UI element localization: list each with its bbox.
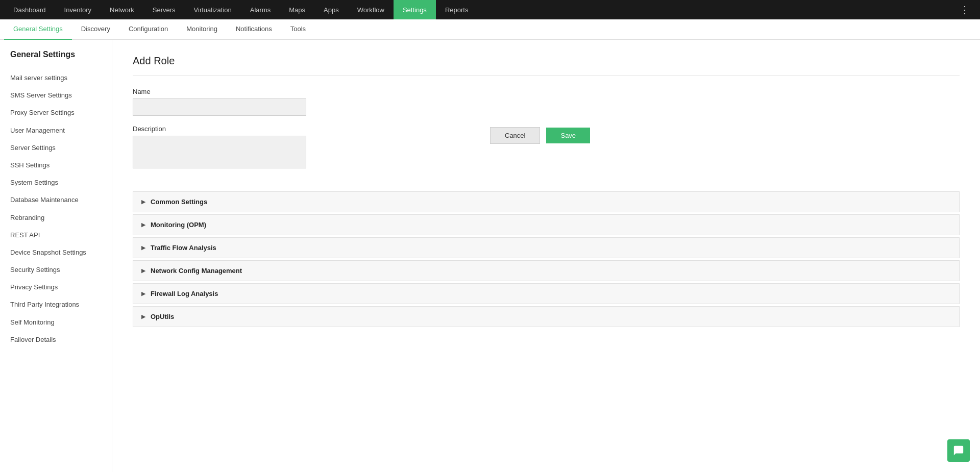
description-label: Description bbox=[133, 125, 306, 133]
accordion-title-oputils: OpUtils bbox=[151, 313, 174, 320]
accordion-arrow-firewall-log: ▶ bbox=[141, 290, 145, 297]
description-form-group: Description bbox=[133, 125, 306, 170]
nav-alarms[interactable]: Alarms bbox=[241, 0, 280, 19]
accordion-title-common-settings: Common Settings bbox=[151, 198, 207, 206]
subnav-general-settings[interactable]: General Settings bbox=[4, 19, 72, 40]
accordion-network-config: ▶ Network Config Management bbox=[133, 260, 960, 281]
nav-dashboard[interactable]: Dashboard bbox=[4, 0, 55, 19]
sidebar-item-security-settings[interactable]: Security Settings bbox=[0, 261, 112, 279]
sidebar-item-ssh-settings[interactable]: SSH Settings bbox=[0, 157, 112, 174]
accordion-header-network-config[interactable]: ▶ Network Config Management bbox=[133, 261, 959, 281]
accordion-container: ▶ Common Settings ▶ Monitoring (OPM) ▶ T… bbox=[133, 191, 960, 327]
subnav-tools[interactable]: Tools bbox=[281, 19, 315, 40]
accordion-monitoring-opm: ▶ Monitoring (OPM) bbox=[133, 214, 960, 235]
sidebar-item-server-settings[interactable]: Server Settings bbox=[0, 139, 112, 157]
accordion-oputils: ▶ OpUtils bbox=[133, 306, 960, 327]
nav-network[interactable]: Network bbox=[101, 0, 143, 19]
sidebar-item-system-settings[interactable]: System Settings bbox=[0, 174, 112, 191]
sidebar-item-rest-api[interactable]: REST API bbox=[0, 227, 112, 244]
description-input[interactable] bbox=[133, 136, 306, 168]
sidebar-item-device-snapshot[interactable]: Device Snapshot Settings bbox=[0, 244, 112, 261]
accordion-title-monitoring-opm: Monitoring (OPM) bbox=[151, 221, 206, 229]
accordion-title-network-config: Network Config Management bbox=[151, 267, 242, 275]
name-form-group: Name bbox=[133, 88, 960, 116]
accordion-arrow-monitoring-opm: ▶ bbox=[141, 221, 145, 228]
page-title: Add Role bbox=[133, 55, 960, 76]
sidebar-item-sms-server[interactable]: SMS Server Settings bbox=[0, 87, 112, 104]
sub-nav: General Settings Discovery Configuration… bbox=[0, 19, 980, 40]
sidebar: General Settings Mail server settings SM… bbox=[0, 40, 112, 472]
accordion-common-settings: ▶ Common Settings bbox=[133, 191, 960, 212]
accordion-header-monitoring-opm[interactable]: ▶ Monitoring (OPM) bbox=[133, 215, 959, 235]
accordion-header-firewall-log[interactable]: ▶ Firewall Log Analysis bbox=[133, 284, 959, 304]
name-label: Name bbox=[133, 88, 960, 95]
nav-servers[interactable]: Servers bbox=[143, 0, 185, 19]
nav-reports[interactable]: Reports bbox=[436, 0, 478, 19]
accordion-title-firewall-log: Firewall Log Analysis bbox=[151, 290, 218, 297]
more-options-icon[interactable]: ⋮ bbox=[953, 4, 976, 16]
top-nav: Dashboard Inventory Network Servers Virt… bbox=[0, 0, 980, 19]
nav-settings[interactable]: Settings bbox=[394, 0, 436, 19]
sidebar-item-third-party[interactable]: Third Party Integrations bbox=[0, 296, 112, 313]
sidebar-item-self-monitoring[interactable]: Self Monitoring bbox=[0, 314, 112, 331]
accordion-firewall-log: ▶ Firewall Log Analysis bbox=[133, 283, 960, 304]
accordion-title-traffic-flow: Traffic Flow Analysis bbox=[151, 244, 216, 252]
sidebar-item-rebranding[interactable]: Rebranding bbox=[0, 209, 112, 227]
form-actions: Cancel Save bbox=[490, 127, 590, 144]
sidebar-item-user-management[interactable]: User Management bbox=[0, 122, 112, 139]
sidebar-item-proxy-server[interactable]: Proxy Server Settings bbox=[0, 104, 112, 121]
nav-virtualization[interactable]: Virtualization bbox=[185, 0, 241, 19]
save-button[interactable]: Save bbox=[546, 128, 590, 143]
accordion-header-traffic-flow[interactable]: ▶ Traffic Flow Analysis bbox=[133, 238, 959, 258]
sidebar-title: General Settings bbox=[0, 50, 112, 69]
sidebar-item-mail-server[interactable]: Mail server settings bbox=[0, 69, 112, 87]
nav-workflow[interactable]: Workflow bbox=[348, 0, 394, 19]
name-input[interactable] bbox=[133, 98, 306, 116]
accordion-arrow-oputils: ▶ bbox=[141, 313, 145, 320]
accordion-arrow-network-config: ▶ bbox=[141, 267, 145, 274]
nav-inventory[interactable]: Inventory bbox=[55, 0, 101, 19]
sidebar-item-database-maintenance[interactable]: Database Maintenance bbox=[0, 191, 112, 209]
accordion-arrow-common-settings: ▶ bbox=[141, 198, 145, 205]
subnav-discovery[interactable]: Discovery bbox=[72, 19, 119, 40]
sidebar-item-privacy-settings[interactable]: Privacy Settings bbox=[0, 279, 112, 296]
subnav-notifications[interactable]: Notifications bbox=[227, 19, 281, 40]
nav-maps[interactable]: Maps bbox=[280, 0, 314, 19]
accordion-header-common-settings[interactable]: ▶ Common Settings bbox=[133, 192, 959, 212]
chat-button[interactable] bbox=[947, 439, 970, 462]
sidebar-item-failover-details[interactable]: Failover Details bbox=[0, 331, 112, 349]
nav-apps[interactable]: Apps bbox=[314, 0, 348, 19]
content-area: Add Role Name Description Cancel Save ▶ bbox=[112, 40, 980, 472]
subnav-configuration[interactable]: Configuration bbox=[119, 19, 177, 40]
subnav-monitoring[interactable]: Monitoring bbox=[177, 19, 227, 40]
accordion-traffic-flow: ▶ Traffic Flow Analysis bbox=[133, 237, 960, 258]
accordion-header-oputils[interactable]: ▶ OpUtils bbox=[133, 307, 959, 327]
accordion-arrow-traffic-flow: ▶ bbox=[141, 244, 145, 251]
cancel-button[interactable]: Cancel bbox=[490, 127, 540, 144]
main-layout: General Settings Mail server settings SM… bbox=[0, 40, 980, 472]
